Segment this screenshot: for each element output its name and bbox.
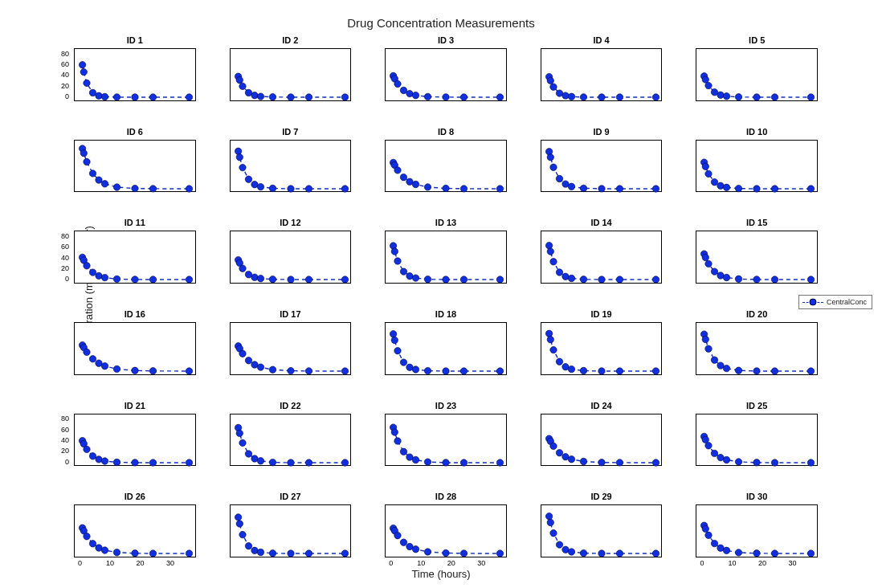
svg-point-157 <box>132 367 138 374</box>
svg-point-58 <box>149 185 156 191</box>
subplot: ID 3 <box>385 37 507 111</box>
svg-point-25 <box>412 92 419 99</box>
svg-point-185 <box>568 365 574 372</box>
svg-point-91 <box>702 163 708 169</box>
svg-point-238 <box>616 459 623 465</box>
svg-point-47 <box>753 94 760 100</box>
subplot-title: ID 6 <box>74 127 196 137</box>
svg-point-291 <box>702 526 708 533</box>
svg-point-192 <box>705 345 712 352</box>
axes <box>74 322 196 375</box>
axes <box>230 414 352 467</box>
svg-point-64 <box>251 181 257 187</box>
svg-point-222 <box>394 437 401 443</box>
svg-point-299 <box>808 550 815 557</box>
line-plot <box>541 49 662 100</box>
svg-point-199 <box>808 368 815 374</box>
svg-point-198 <box>772 368 778 374</box>
svg-point-115 <box>257 276 263 282</box>
axes <box>541 231 663 284</box>
line-plot <box>75 49 195 100</box>
svg-point-187 <box>598 368 605 374</box>
y-ticks: 020406080 <box>47 48 71 101</box>
axes <box>385 140 507 193</box>
svg-point-96 <box>736 185 742 191</box>
svg-point-254 <box>96 545 102 551</box>
svg-point-142 <box>705 261 712 267</box>
svg-point-104 <box>96 273 102 280</box>
svg-point-166 <box>269 366 276 373</box>
svg-point-98 <box>772 185 778 191</box>
svg-point-99 <box>808 185 815 191</box>
axes <box>696 140 818 193</box>
svg-point-281 <box>547 520 553 526</box>
svg-point-77 <box>443 185 449 191</box>
svg-point-95 <box>724 184 730 190</box>
svg-point-228 <box>460 459 467 465</box>
axes <box>696 231 818 284</box>
line-plot <box>231 231 351 283</box>
svg-point-208 <box>149 459 156 465</box>
svg-point-287 <box>598 550 605 557</box>
svg-point-174 <box>406 364 413 370</box>
svg-point-6 <box>113 94 120 100</box>
svg-point-280 <box>545 513 552 520</box>
svg-point-126 <box>424 276 431 283</box>
subplot-title: ID 25 <box>696 401 818 410</box>
svg-point-204 <box>96 455 102 462</box>
subplot-title: ID 22 <box>230 401 352 410</box>
svg-point-54 <box>96 177 102 183</box>
x-tick: 0 <box>389 559 393 567</box>
svg-point-176 <box>424 367 431 374</box>
svg-point-256 <box>113 549 120 556</box>
line-plot <box>386 231 506 283</box>
svg-point-206 <box>113 459 120 465</box>
subplot-title: ID 2 <box>230 35 352 45</box>
svg-point-113 <box>245 272 251 278</box>
line-plot <box>75 323 195 374</box>
line-plot <box>541 231 662 283</box>
svg-point-38 <box>616 94 623 100</box>
axes <box>541 414 663 467</box>
svg-point-69 <box>341 185 348 191</box>
axes <box>541 322 663 375</box>
svg-point-285 <box>568 549 574 555</box>
figure-title: Drug Concentration Measurements <box>0 16 882 30</box>
svg-point-237 <box>598 459 605 465</box>
svg-point-224 <box>406 454 413 460</box>
svg-point-215 <box>257 457 263 463</box>
svg-point-181 <box>547 336 553 342</box>
svg-point-129 <box>496 276 503 283</box>
subplot-title: ID 15 <box>696 218 818 227</box>
svg-point-148 <box>772 276 778 283</box>
svg-point-134 <box>562 273 569 280</box>
line-plot <box>75 505 195 557</box>
subplot: ID 16 <box>74 311 196 385</box>
svg-point-139 <box>652 276 659 283</box>
subplot-title: ID 18 <box>385 309 507 319</box>
svg-point-12 <box>239 83 245 89</box>
svg-point-81 <box>547 153 553 160</box>
svg-point-52 <box>84 158 90 165</box>
subplot: ID 24 <box>541 402 663 476</box>
subplot: ID 300102030 <box>696 493 818 567</box>
svg-point-36 <box>580 94 586 100</box>
svg-point-295 <box>724 547 730 553</box>
legend-label: CentralConc <box>827 298 867 306</box>
subplot: ID 280102030 <box>385 493 507 567</box>
svg-point-137 <box>598 276 605 283</box>
axes <box>74 48 196 101</box>
x-tick: 0 <box>78 559 82 567</box>
legend-swatch <box>802 298 823 306</box>
svg-point-218 <box>305 459 312 465</box>
x-tick: 10 <box>106 559 114 567</box>
svg-point-294 <box>717 545 724 551</box>
svg-point-184 <box>562 363 569 370</box>
svg-point-216 <box>269 459 276 465</box>
svg-point-74 <box>406 178 413 185</box>
svg-point-14 <box>251 92 257 99</box>
svg-point-219 <box>341 459 348 465</box>
line-plot <box>386 323 506 374</box>
subplot: ID 14 <box>541 219 663 293</box>
x-tick: 10 <box>728 559 736 567</box>
